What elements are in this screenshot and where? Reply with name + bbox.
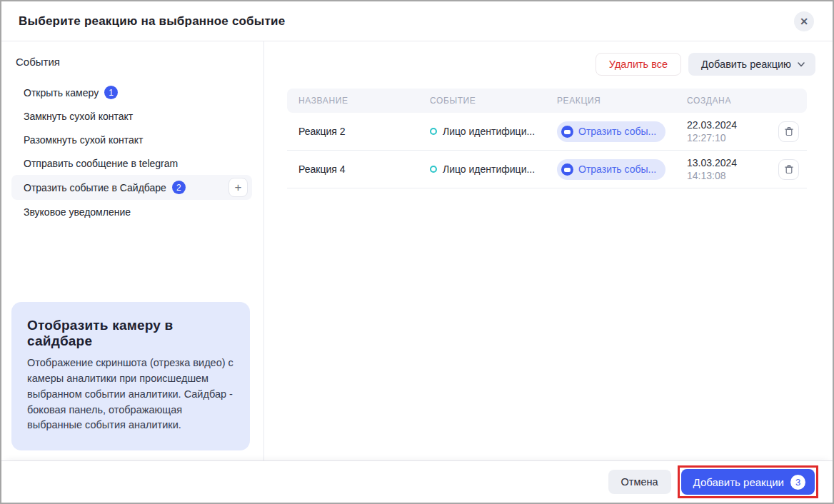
reaction-event: Лицо идентифици... — [430, 126, 557, 137]
event-label: Лицо идентифици... — [443, 163, 535, 175]
sidebar-reaction-icon — [561, 126, 573, 138]
event-count-badge: 2 — [172, 181, 186, 194]
created-time: 14:13:08 — [687, 170, 778, 181]
table-row: Реакция 4 Лицо идентифици... Отразить со… — [287, 151, 807, 188]
trash-icon — [784, 164, 794, 174]
close-button[interactable]: ✕ — [794, 11, 814, 31]
created-cell: 22.03.2024 12:27:10 — [687, 119, 778, 143]
sidebar-item-telegram-message[interactable]: Отправить сообщение в telegram — [11, 151, 252, 175]
created-date: 22.03.2024 — [687, 119, 778, 131]
reaction-type-label: Отразить собы... — [578, 126, 656, 137]
submit-count-badge: 3 — [790, 475, 805, 490]
reaction-name: Реакция 2 — [298, 126, 430, 137]
sidebar-item-label: Звуковое уведомление — [24, 206, 131, 218]
reactions-table: НАЗВАНИЕ СОБЫТИЕ РЕАКЦИЯ СОЗДАНА Реакция… — [287, 89, 807, 188]
event-count-badge: 1 — [104, 86, 118, 99]
add-event-reaction-button[interactable]: + — [228, 178, 248, 197]
cancel-button[interactable]: Отмена — [608, 470, 671, 494]
delete-all-label: Удалить все — [609, 59, 668, 70]
reaction-event: Лицо идентифици... — [430, 163, 557, 175]
sidebar-item-label: Отразить событие в Сайдбаре — [24, 182, 166, 193]
dialog-title: Выберите реакцию на выбранное событие — [19, 14, 285, 29]
reaction-name: Реакция 4 — [298, 163, 430, 175]
sidebar-item-open-dry-contact[interactable]: Разомкнуть сухой контакт — [11, 128, 252, 151]
sidebar-item-open-camera[interactable]: Открыть камеру 1 — [11, 81, 252, 104]
event-info-card: Отобразить камеру в сайдбаре Отображение… — [11, 302, 250, 450]
chevron-down-icon — [797, 60, 805, 69]
submit-label: Добавить реакции — [693, 476, 784, 488]
column-header-name: НАЗВАНИЕ — [298, 96, 430, 106]
sidebar-item-label: Разомкнуть сухой контакт — [24, 134, 144, 146]
trash-icon — [784, 126, 794, 136]
dialog-footer: Отмена Добавить реакции 3 — [1, 460, 833, 503]
sidebar-item-label: Замкнуть сухой контакт — [24, 111, 133, 122]
delete-reaction-button[interactable] — [778, 121, 799, 142]
delete-all-button[interactable]: Удалить все — [596, 53, 681, 76]
info-card-description: Отображение скриншота (отрезка видео) с … — [27, 356, 234, 433]
created-cell: 13.03.2024 14:13:08 — [687, 157, 778, 181]
sidebar-item-close-dry-contact[interactable]: Замкнуть сухой контакт — [11, 104, 252, 128]
event-ring-icon — [430, 166, 437, 173]
events-heading: События — [16, 56, 252, 68]
delete-reaction-button[interactable] — [778, 159, 799, 180]
created-time: 12:27:10 — [687, 132, 778, 143]
event-ring-icon — [430, 128, 437, 135]
sidebar-item-show-in-sidebar[interactable]: Отразить событие в Сайдбаре 2 + — [11, 175, 252, 200]
reactions-toolbar: Удалить все Добавить реакцию — [287, 53, 815, 76]
reaction-type-label: Отразить собы... — [578, 163, 656, 175]
column-header-reaction: РЕАКЦИЯ — [557, 96, 687, 106]
cancel-label: Отмена — [621, 476, 658, 488]
plus-icon: + — [235, 181, 242, 193]
close-icon: ✕ — [800, 16, 808, 27]
add-reactions-submit-button[interactable]: Добавить реакции 3 — [681, 469, 815, 495]
reaction-type-badge[interactable]: Отразить собы... — [557, 121, 665, 142]
dialog-body: События Открыть камеру 1 Замкнуть сухой … — [1, 41, 833, 460]
sidebar-item-label: Отправить сообщение в telegram — [24, 158, 178, 169]
reaction-type-badge[interactable]: Отразить собы... — [557, 159, 665, 180]
reactions-panel: Удалить все Добавить реакцию НАЗВАНИЕ СО… — [264, 41, 833, 460]
table-header-row: НАЗВАНИЕ СОБЫТИЕ РЕАКЦИЯ СОЗДАНА — [287, 89, 807, 113]
sidebar-item-label: Открыть камеру — [24, 87, 99, 99]
sidebar-reaction-icon — [561, 163, 573, 176]
dialog-header: Выберите реакцию на выбранное событие ✕ — [1, 1, 833, 41]
table-row: Реакция 2 Лицо идентифици... Отразить со… — [287, 113, 807, 151]
reaction-dialog: Выберите реакцию на выбранное событие ✕ … — [0, 0, 834, 504]
column-header-created: СОЗДАНА — [687, 96, 778, 106]
column-header-event: СОБЫТИЕ — [430, 96, 557, 106]
red-highlight-annotation: Добавить реакции 3 — [678, 465, 818, 498]
event-label: Лицо идентифици... — [443, 126, 535, 137]
info-card-title: Отобразить камеру в сайдбаре — [27, 318, 234, 349]
sidebar-item-sound-notification[interactable]: Звуковое уведомление — [11, 200, 252, 223]
created-date: 13.03.2024 — [687, 157, 778, 168]
events-sidebar: События Открыть камеру 1 Замкнуть сухой … — [1, 41, 264, 460]
add-reaction-label: Добавить реакцию — [701, 59, 791, 70]
add-reaction-dropdown[interactable]: Добавить реакцию — [688, 53, 815, 76]
